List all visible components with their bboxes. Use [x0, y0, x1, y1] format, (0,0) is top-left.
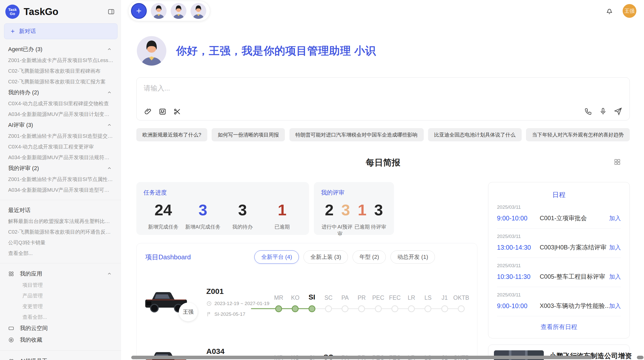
- sidebar-scroll: Agent已办 (3) Z001-全新燃油皮卡产品开发项目SI节点Lesson …: [0, 39, 121, 360]
- sidebar-item[interactable]: C02-飞腾新能源轻客改款项目里程碑画布: [0, 66, 121, 76]
- view-all-schedule-link[interactable]: 查看所有日程: [497, 316, 621, 333]
- sidebar-item-ai-staff[interactable]: AI超级员工: [0, 355, 121, 360]
- recent-chat-item[interactable]: 查看全部...: [0, 248, 121, 259]
- recent-chat-item[interactable]: C02-飞腾新能源轻客改款项目的闭环通告反馈情况: [0, 227, 121, 237]
- phone-icon[interactable]: [584, 107, 592, 115]
- my-apps-subitem[interactable]: 变更管理: [0, 301, 121, 312]
- new-chat-label: 新对话: [19, 27, 36, 35]
- stat-cards: 任务进度 24 新增完成任务: [136, 182, 477, 235]
- agent-avatar[interactable]: [171, 3, 186, 19]
- sidebar-item[interactable]: C02-飞腾新能源轻客改款项目立项汇报方案: [0, 76, 121, 87]
- recent-chats-header[interactable]: 最近对话: [0, 205, 121, 216]
- my-apps-header[interactable]: 我的应用: [0, 268, 121, 280]
- sidebar-item-cloud-space[interactable]: 我的云空间: [0, 322, 121, 334]
- cloud-space-label: 我的云空间: [20, 324, 48, 332]
- event-join-link[interactable]: 加入: [609, 214, 621, 222]
- suggestion-chip[interactable]: 欧洲新规最近颁布了什么?: [136, 128, 207, 141]
- event-join-link[interactable]: 加入: [609, 244, 621, 251]
- suggestion-chip[interactable]: 如何写一份清晰的项目周报: [212, 128, 285, 141]
- stat: 1 已逾期: [354, 201, 370, 237]
- stat-label: 新增完成任务: [148, 223, 179, 230]
- sidebar-item[interactable]: A034-全新新能源MUV产品开发项目造型可行性评审: [0, 185, 121, 195]
- recent-chat-item[interactable]: 解释最新出台的欧盟报废车法规再生塑料比例被调至15%...: [0, 216, 121, 227]
- sidebar-collapse-icon[interactable]: [107, 8, 115, 16]
- sidebar-section-header[interactable]: 我的待办 (2): [0, 87, 121, 98]
- dashboard-tabs: 全新平台 (4) 全新上装 (3) 年型 (2) 动总开发 (1): [254, 250, 435, 264]
- greeting-row: 你好，王强，我是你的项目管理助理 小识: [137, 36, 630, 66]
- grid-layout-icon[interactable]: [613, 158, 621, 166]
- stat: 2 进行中: [321, 201, 338, 237]
- sidebar-section-header[interactable]: Agent已办 (3): [0, 44, 121, 55]
- apps-grid-icon: [8, 271, 14, 277]
- stat-value: 1: [278, 201, 286, 219]
- suggestion-chip[interactable]: 比亚迪全固态电池计划具体说了什么: [428, 128, 522, 141]
- horizontal-scrollbar-thumb[interactable]: [131, 356, 593, 359]
- favorites-label: 我的收藏: [20, 336, 42, 344]
- schedule-title: 日程: [497, 190, 621, 199]
- send-icon[interactable]: [614, 107, 622, 116]
- sidebar-section: AI评审 (3) Z001-全新燃油轻卡产品开发项目SI造型提交物评审 C0X4…: [0, 119, 121, 163]
- suggestion-chip[interactable]: 特朗普可能对进口汽车增税会对中国车企造成哪些影响: [289, 128, 424, 141]
- recent-chat-item[interactable]: 公司Q3轻卡销量: [0, 237, 121, 248]
- sidebar-item-favorites[interactable]: 我的收藏: [0, 334, 121, 346]
- milestone-dot: [375, 305, 382, 312]
- app-title: TaskGo: [24, 6, 107, 17]
- stat-label: 已逾期: [355, 223, 370, 230]
- attachment-icon[interactable]: [144, 108, 152, 116]
- sidebar-item[interactable]: Z001-全新燃油轻卡产品开发项目SI造型提交物评审: [0, 131, 121, 141]
- milestone-label: PEC: [372, 293, 384, 304]
- my-apps-subitem[interactable]: 产品管理: [0, 290, 121, 301]
- mic-icon[interactable]: [599, 107, 607, 115]
- agent-avatar[interactable]: [151, 3, 167, 19]
- milestone-label: KO: [291, 293, 299, 304]
- chat-input-card[interactable]: 请输入...: [136, 77, 630, 121]
- content: 你好，王强，我是你的项目管理助理 小识 请输入...: [121, 36, 644, 360]
- milestone-dot: [408, 305, 415, 312]
- my-apps-subitem[interactable]: 项目管理: [0, 280, 121, 290]
- add-agent-button[interactable]: [131, 3, 147, 19]
- event-join-link[interactable]: 加入: [609, 273, 621, 281]
- sidebar-section-label: 我的待办 (2): [8, 89, 39, 96]
- sidebar-item[interactable]: C0X4-动力总成开发项目SI里程碑提交物检查: [0, 98, 121, 109]
- dashboard-tab[interactable]: 全新平台 (4): [254, 250, 299, 264]
- my-apps-subitem[interactable]: 查看全部...: [0, 312, 121, 322]
- milestone-label: LS: [425, 293, 432, 304]
- sidebar-item[interactable]: Z001-全新燃油皮卡产品开发项目SI节点Lesson Learn报告: [0, 55, 121, 66]
- dashboard-tab[interactable]: 全新上装 (3): [303, 250, 348, 264]
- notification-bell-icon[interactable]: [605, 7, 613, 15]
- project-owner-badge: 王强: [179, 303, 198, 321]
- stat-value: 3: [198, 201, 207, 219]
- stat-value: 1: [358, 201, 367, 219]
- agent-avatar[interactable]: [191, 3, 206, 19]
- user-avatar[interactable]: 王强: [623, 4, 636, 18]
- project-row[interactable]: 王强 Z001 2023-12-19 ~ 2027-01: [144, 280, 470, 324]
- recent-chats-label: 最近对话: [8, 206, 31, 214]
- milestone-track: MRKOSISCPAPRPECFECLRLSJ1OKTB: [270, 293, 470, 313]
- milestone-label: MR: [274, 293, 283, 304]
- schedule-card: 日程 2025/03/11 9:00-10:00 C001-立项审批会 加入: [488, 182, 630, 338]
- sidebar-item[interactable]: A034-全新新能源MUV产品开发项目法规符合性评审: [0, 152, 121, 163]
- sidebar-section-label: AI评审 (3): [8, 121, 33, 129]
- dashboard-tab[interactable]: 动总开发 (1): [390, 250, 435, 264]
- image-icon[interactable]: [158, 108, 167, 116]
- scissors-icon[interactable]: [173, 108, 181, 116]
- milestone-dot: [358, 305, 365, 312]
- briefing-left-column: 任务进度 24 新增完成任务: [136, 182, 477, 360]
- dashboard-tab[interactable]: 年型 (2): [353, 250, 386, 264]
- horizontal-scrollbar-corner: [637, 356, 643, 359]
- suggestion-chip[interactable]: 当下年轻人对汽车外观有怎样的喜好趋势: [526, 128, 630, 141]
- milestone-label: FEC: [389, 293, 401, 304]
- sidebar-item[interactable]: C0X4-动力总成开发项目工程变更评审: [0, 141, 121, 152]
- milestone-dot: [309, 305, 315, 312]
- new-chat-button[interactable]: 新对话: [4, 23, 118, 39]
- stat-label: 新增AI完成任务: [185, 223, 221, 230]
- event-name: C003|H0B-方案冻结评审: [540, 243, 609, 251]
- sidebar-item[interactable]: A034-全新新能源MUV产品开发项目计划变更表编写: [0, 109, 121, 119]
- sidebar-item[interactable]: Z001-全新燃油轻卡产品开发项目SI节点属性5D文件评审: [0, 174, 121, 185]
- assistant-avatar: [137, 36, 166, 66]
- milestone-label: PR: [358, 293, 366, 304]
- event-join-link[interactable]: 加入: [609, 302, 621, 310]
- sidebar-section-header[interactable]: 我的评审 (2): [0, 163, 121, 174]
- sidebar-section-header[interactable]: AI评审 (3): [0, 119, 121, 131]
- flag-icon: [206, 311, 212, 317]
